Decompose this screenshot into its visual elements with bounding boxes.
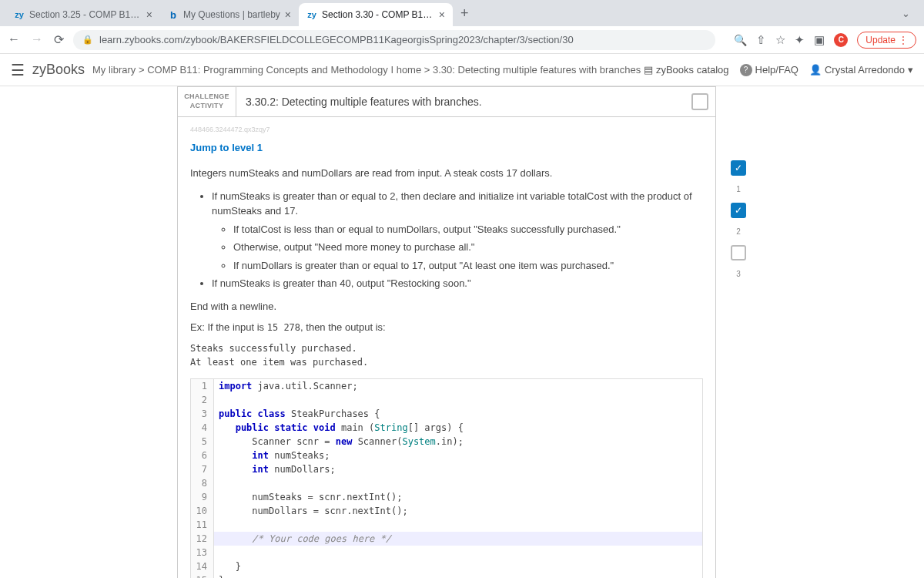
level-box-pending[interactable] (731, 245, 746, 260)
reload-icon[interactable]: ⟳ (54, 32, 64, 47)
update-button[interactable]: Update⋮ (857, 32, 916, 49)
browser-tab-active[interactable]: zy Section 3.30 - COMP B11: Prog × (299, 3, 453, 26)
prompt-intro: Integers numSteaks and numDollars are re… (190, 166, 703, 181)
bullet-item: If numDollars is greater than or equal t… (233, 258, 703, 274)
example-label: Ex: If the input is 15 278, then the out… (190, 320, 703, 335)
challenge-title: 3.30.2: Detecting multiple features with… (236, 87, 685, 116)
person-icon: 👤 (809, 64, 822, 76)
bullet-item: If numSteaks is greater than 40, output … (212, 276, 703, 291)
tab-close-icon[interactable]: × (285, 8, 291, 21)
browser-tab[interactable]: b My Questions | bartleby × (160, 3, 299, 26)
zybooks-header: ☰ zyBooks My library > COMP B11: Program… (0, 54, 924, 86)
question-icon: ? (740, 64, 752, 76)
zybooks-logo[interactable]: zyBooks (32, 62, 85, 78)
checkbox-empty-icon (691, 93, 708, 110)
tab-close-icon[interactable]: × (146, 8, 152, 21)
catalog-link[interactable]: ▤ zyBooks catalog (644, 64, 729, 76)
browser-toolbar: ← → ⟳ 🔒 learn.zybooks.com/zybook/BAKERSF… (0, 26, 924, 54)
hamburger-icon[interactable]: ☰ (11, 61, 25, 79)
challenge-header: CHALLENGE ACTIVITY 3.30.2: Detecting mul… (177, 86, 716, 117)
browser-tab-strip: zy Section 3.25 - COMP B11: Prog × b My … (0, 0, 924, 26)
tab-title: My Questions | bartleby (183, 9, 280, 20)
browser-tab[interactable]: zy Section 3.25 - COMP B11: Prog × (6, 3, 160, 26)
bullet-item: If totalCost is less than or equal to nu… (233, 222, 703, 237)
favicon-zy-icon: zy (306, 9, 317, 20)
user-menu[interactable]: 👤 Crystal Arredondo ▾ (809, 64, 913, 76)
url-text: learn.zybooks.com/zybook/BAKERSFIELDCOLL… (99, 34, 574, 45)
bullet-item: If numSteaks is greater than or equal to… (212, 189, 703, 219)
lock-icon: 🔒 (82, 35, 93, 45)
help-link[interactable]: ? Help/FAQ (740, 64, 798, 76)
catalog-icon: ▤ (644, 64, 653, 76)
chevron-down-icon: ▾ (908, 64, 913, 76)
extensions-icon[interactable]: ✦ (795, 33, 805, 47)
activity-container: CHALLENGE ACTIVITY 3.30.2: Detecting mul… (177, 86, 716, 578)
favicon-zy-icon: zy (14, 9, 25, 20)
level-number: 3 (736, 268, 741, 280)
code-editor[interactable]: 1import java.util.Scanner; 2 3public cla… (190, 378, 703, 579)
favicon-b-icon: b (168, 9, 179, 20)
tab-list-chevron-icon[interactable]: ⌄ (894, 8, 918, 19)
tab-title: Section 3.25 - COMP B11: Prog (29, 9, 142, 20)
panel-icon[interactable]: ▣ (814, 33, 825, 47)
activity-id: 448466.3244472.qx3zqy7 (190, 125, 703, 136)
new-tab-button[interactable]: + (453, 5, 477, 22)
share-icon[interactable]: ⇧ (756, 33, 766, 47)
back-icon[interactable]: ← (8, 32, 20, 47)
breadcrumb[interactable]: My library > COMP B11: Programming Conce… (92, 64, 641, 76)
bookmark-icon[interactable]: ☆ (775, 33, 785, 47)
level-box-done[interactable]: ✓ (731, 160, 746, 176)
tab-close-icon[interactable]: × (439, 8, 445, 21)
example-output: Steaks successfully purchased. At least … (190, 341, 703, 369)
profile-badge[interactable]: C (834, 33, 848, 47)
content-area: CHALLENGE ACTIVITY 3.30.2: Detecting mul… (0, 86, 924, 578)
jump-to-level-link[interactable]: Jump to level 1 (190, 140, 263, 156)
activity-body: 448466.3244472.qx3zqy7 Jump to level 1 ✓… (177, 117, 716, 578)
prompt-endline: End with a newline. (190, 299, 703, 314)
forward-icon[interactable]: → (31, 32, 43, 47)
tab-title: Section 3.30 - COMP B11: Prog (322, 9, 434, 20)
search-icon[interactable]: 🔍 (734, 34, 747, 46)
prompt-bullets: If numSteaks is greater than or equal to… (190, 189, 703, 291)
challenge-label: CHALLENGE ACTIVITY (178, 87, 236, 116)
bullet-item: Otherwise, output "Need more money to pu… (233, 240, 703, 255)
url-bar[interactable]: 🔒 learn.zybooks.com/zybook/BAKERSFIELDCO… (73, 30, 715, 50)
level-number: 2 (736, 226, 741, 237)
challenge-completion (685, 87, 715, 116)
level-indicators: ✓ 1 ✓ 2 3 (731, 160, 746, 280)
level-box-done[interactable]: ✓ (731, 203, 746, 218)
level-number: 1 (736, 183, 741, 195)
